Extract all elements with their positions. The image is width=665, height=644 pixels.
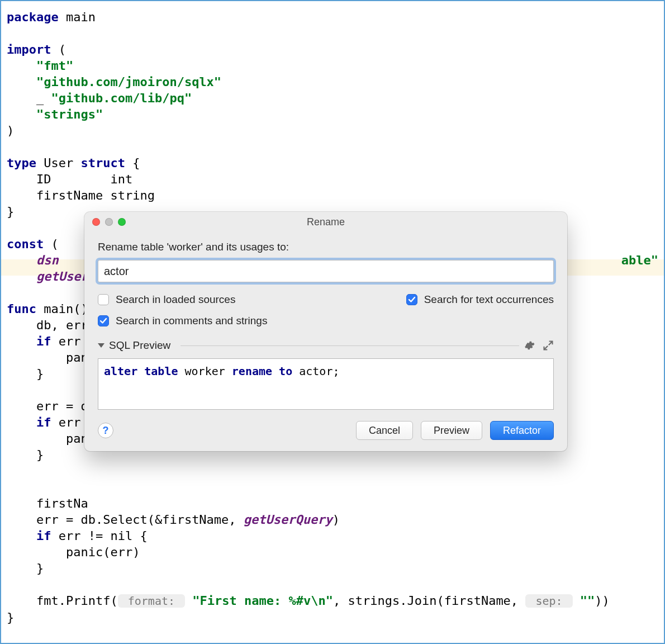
printf-c: ))	[595, 594, 610, 608]
kw-const: const	[7, 237, 44, 251]
section-title: SQL Preview	[109, 339, 170, 352]
disclosure-triangle-icon[interactable]	[98, 343, 104, 348]
minimize-window-button[interactable]	[105, 218, 113, 226]
checkbox-search-loaded[interactable]: Search in loaded sources	[98, 293, 384, 306]
dialog-titlebar[interactable]: Rename	[84, 212, 567, 232]
checkbox-label: Search in loaded sources	[116, 293, 235, 306]
select-a: err = db.Select(&firstName,	[7, 513, 244, 527]
kw-struct: struct	[80, 156, 125, 170]
help-button[interactable]: ?	[98, 423, 113, 438]
printf-a: fmt.Printf(	[7, 594, 118, 608]
id-main: main	[59, 10, 96, 24]
kw-if2: if	[36, 415, 51, 429]
struct-open: {	[125, 156, 140, 170]
traffic-lights	[92, 218, 126, 226]
rename-prompt-label: Rename table 'worker' and its usages to:	[98, 241, 554, 253]
checkbox-icon	[98, 315, 109, 326]
close-b1: }	[7, 367, 44, 381]
printf-sep: ""	[580, 594, 595, 608]
string-tail-able: able"	[621, 253, 658, 267]
err-line: err = d	[7, 399, 88, 413]
import-strings: "strings"	[36, 107, 103, 121]
import-fmt: "fmt"	[36, 59, 73, 73]
kw-package: package	[7, 10, 59, 24]
checkbox-icon	[406, 294, 417, 305]
hint-format: format:	[118, 594, 185, 608]
kw-func: func	[7, 302, 36, 316]
kw-import: import	[7, 42, 51, 56]
import-pq: "github.com/lib/pq"	[51, 91, 192, 105]
if-tail1: err	[51, 334, 80, 348]
pan-head1: pan	[7, 351, 88, 364]
sql-kw-table: table	[144, 364, 178, 378]
checkbox-search-text[interactable]: Search for text occurrences	[406, 293, 554, 306]
select-b: )	[332, 513, 340, 527]
import-open: (	[51, 42, 66, 56]
import-sqlx: "github.com/jmoiron/sqlx"	[36, 75, 221, 89]
blank-ident: _	[36, 91, 51, 105]
panic-full: panic(err)	[7, 545, 140, 559]
rename-input[interactable]	[98, 260, 554, 282]
getuserquery: getUserQuery	[244, 513, 332, 527]
const-dsn: dsn	[36, 253, 59, 267]
sql-actor: actor;	[292, 364, 339, 378]
main-sig: main()	[36, 302, 88, 316]
firstna: firstNa	[7, 496, 88, 510]
const-getuser: getUser	[36, 269, 88, 283]
printf-str: "First name: %#v\n"	[192, 594, 333, 608]
expand-icon[interactable]	[543, 340, 554, 351]
preview-button[interactable]: Preview	[421, 421, 482, 440]
if-tail2: err	[51, 415, 88, 429]
field-id: ID int	[7, 172, 132, 186]
hint-sep: sep:	[525, 594, 572, 608]
checkbox-label: Search for text occurrences	[424, 293, 554, 306]
gear-icon[interactable]	[524, 340, 535, 351]
db-line: db, err	[7, 318, 88, 332]
kw-if1: if	[36, 334, 51, 348]
checkbox-search-comments[interactable]: Search in comments and strings	[98, 315, 384, 327]
if3-tail: err != nil {	[51, 529, 147, 543]
checkbox-icon	[98, 294, 109, 305]
sql-kw-alter: alter	[104, 364, 137, 378]
rename-dialog: Rename Rename table 'worker' and its usa…	[84, 212, 567, 451]
checkbox-label: Search in comments and strings	[116, 315, 267, 327]
sql-preview-header[interactable]: SQL Preview	[98, 339, 554, 352]
close-brace-final: }	[7, 610, 14, 624]
close-window-button[interactable]	[92, 218, 100, 226]
sql-worker: worker	[178, 364, 231, 378]
printf-b: , strings.Join(firstName,	[333, 594, 525, 608]
dialog-title: Rename	[84, 212, 567, 232]
close-b2: }	[7, 448, 44, 462]
sql-kw-rename: rename	[232, 364, 272, 378]
kw-type: type	[7, 156, 36, 170]
field-firstname: firstName string	[7, 188, 155, 202]
cancel-button[interactable]: Cancel	[356, 421, 413, 440]
type-name: User	[36, 156, 80, 170]
sql-preview-box[interactable]: alter table worker rename to actor;	[98, 358, 554, 410]
sql-kw-to: to	[279, 364, 292, 378]
refactor-button[interactable]: Refactor	[490, 421, 554, 440]
const-open: (	[44, 237, 59, 251]
close-paren: )	[7, 124, 14, 138]
kw-if3: if	[36, 529, 51, 543]
pan-head2: pan	[7, 432, 88, 446]
help-icon: ?	[103, 425, 109, 437]
maximize-window-button[interactable]	[118, 218, 126, 226]
divider	[180, 345, 519, 346]
close-brace1: }	[7, 205, 14, 219]
close-b3: }	[7, 561, 44, 575]
